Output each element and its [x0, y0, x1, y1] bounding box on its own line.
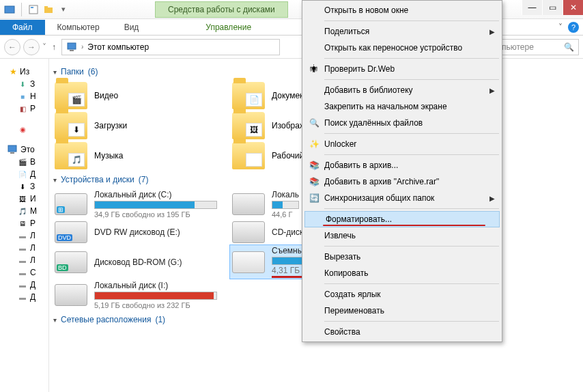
ctx-add-archive-rar[interactable]: 📚Добавить в архив "Archive.rar" [304, 173, 500, 190]
submenu-arrow-icon: ▶ [489, 28, 495, 36]
folder-label: Видео [94, 91, 118, 100]
ctx-pin-start[interactable]: Закрепить на начальном экране [304, 98, 500, 115]
folder-label: Музыка [94, 151, 123, 160]
ctx-open-portable[interactable]: Открыть как переносное устройство [304, 40, 500, 56]
nav-item[interactable]: Л [30, 231, 35, 240]
nav-up-button[interactable]: ↑ [49, 42, 59, 52]
folder-downloads[interactable]: ⬇Загрузки [52, 111, 229, 141]
ctx-create-shortcut[interactable]: Создать ярлык [304, 286, 500, 303]
breadcrumb-sep-icon: › [81, 43, 83, 51]
nav-back-button[interactable]: ← [4, 39, 20, 55]
separator [324, 133, 499, 134]
ctx-drweb[interactable]: 🕷Проверить Dr.Web [304, 61, 500, 77]
folder-icon: 🎵 [55, 142, 87, 169]
section-count: (1) [155, 315, 165, 324]
tab-computer[interactable]: Компьютер [45, 20, 112, 35]
ctx-share[interactable]: Поделиться▶ [304, 23, 500, 40]
drive-dvd[interactable]: DVD DVD RW дисковод (E:) [52, 220, 229, 244]
nav-item[interactable]: Л [30, 243, 35, 253]
drive-freespace: 34,9 ГБ свободно из 195 ГБ [94, 210, 217, 219]
nav-item[interactable]: С [30, 268, 36, 277]
caret-down-icon: ▾ [53, 176, 57, 184]
folder-music[interactable]: 🎵Музыка [52, 141, 229, 171]
separator [324, 154, 499, 155]
spider-icon: 🕷 [308, 63, 320, 75]
qat-folder-icon[interactable] [43, 4, 54, 15]
favorites-star-icon: ★ [10, 67, 17, 76]
ctx-properties[interactable]: Свойства [304, 324, 500, 340]
qat-properties-icon[interactable] [28, 4, 39, 15]
context-menu: Открыть в новом окне Поделиться▶ Открыть… [302, 0, 502, 342]
svg-rect-3 [44, 8, 53, 13]
folder-video[interactable]: 🎬Видео [52, 81, 229, 111]
ctx-unlocker[interactable]: ✨Unlocker [304, 136, 500, 152]
ctx-add-archive[interactable]: 📚Добавить в архив... [304, 157, 500, 173]
ctx-sync-shared[interactable]: 🔄Синхронизация общих папок▶ [304, 190, 500, 206]
drive-c[interactable]: ⊞ Локальный диск (C:) 34,9 ГБ свободно и… [52, 188, 229, 220]
drive-label: Локаль [272, 190, 299, 199]
nav-item[interactable]: Д [30, 169, 35, 179]
separator [324, 79, 499, 80]
nav-favorites[interactable]: Из [20, 67, 29, 76]
archive-icon: 📚 [308, 159, 320, 171]
ctx-eject[interactable]: Извлечь [304, 227, 500, 244]
folder-label: Загрузки [94, 121, 127, 130]
submenu-arrow-icon: ▶ [489, 195, 495, 202]
folder-icon: 🖼 [232, 112, 265, 139]
drive-label: Локальный диск (I:) [94, 281, 217, 290]
nav-item[interactable]: Л [30, 255, 35, 265]
ctx-rename[interactable]: Переименовать [304, 303, 500, 319]
folder-icon [232, 142, 265, 169]
tab-file[interactable]: Файл [0, 20, 45, 35]
svg-rect-1 [29, 5, 38, 14]
nav-item[interactable]: З [30, 79, 35, 89]
tab-manage[interactable]: Управление [193, 20, 264, 35]
nav-forward-button[interactable]: → [23, 39, 40, 55]
separator [324, 321, 499, 322]
svg-rect-7 [8, 145, 16, 152]
separator [324, 58, 499, 59]
drive-label: Дисковод BD-ROM (G:) [94, 257, 182, 267]
nav-item[interactable]: М [30, 206, 37, 216]
usage-bar [94, 201, 217, 209]
nav-item[interactable]: Н [30, 92, 36, 101]
nav-item[interactable]: З [30, 182, 35, 191]
nav-item[interactable]: Д [30, 292, 35, 302]
nav-item[interactable]: Р [30, 219, 35, 228]
maximize-button[interactable]: ▭ [542, 0, 563, 15]
qat-dropdown-icon[interactable]: ▾ [58, 4, 69, 15]
recent-dropdown-icon[interactable]: ˅ [42, 42, 46, 52]
svg-rect-2 [31, 7, 33, 8]
search-placeholder: пьютере [502, 42, 534, 52]
folder-icon: 🎬 [55, 82, 87, 109]
drive-freespace: 44,6 Г [272, 210, 299, 219]
nav-item[interactable]: В [30, 157, 35, 167]
ribbon-expand-icon[interactable]: ˅ [558, 23, 563, 32]
nav-item[interactable]: И [30, 194, 36, 204]
nav-item[interactable]: Д [30, 280, 35, 290]
ctx-format[interactable]: Форматировать... [304, 211, 500, 227]
tab-view[interactable]: Вид [112, 20, 152, 35]
svg-rect-4 [44, 6, 48, 8]
ctx-copy[interactable]: Копировать [304, 265, 500, 281]
ctx-search-deleted[interactable]: 🔍Поиск удалённых файлов [304, 115, 500, 131]
close-button[interactable]: ✕ [563, 0, 583, 15]
drive-icon [232, 193, 265, 215]
search-icon: 🔍 [308, 117, 320, 129]
section-title: Сетевые расположения [61, 315, 151, 324]
minimize-button[interactable]: — [522, 0, 542, 15]
nav-item[interactable]: Р [30, 104, 35, 113]
removable-drive-icon [232, 251, 265, 273]
search-input[interactable]: пьютере 🔍 [497, 39, 579, 55]
ctx-cut[interactable]: Вырезать [304, 249, 500, 265]
drive-i[interactable]: Локальный диск (I:) 5,19 ГБ свободно из … [52, 279, 229, 311]
breadcrumb[interactable]: › Этот компьютер [61, 39, 280, 55]
drive-bd[interactable]: BD Дисковод BD-ROM (G:) [52, 244, 229, 279]
ctx-add-library[interactable]: Добавить в библиотеку▶ [304, 82, 500, 98]
ctx-open-new-window[interactable]: Открыть в новом окне [304, 2, 500, 18]
drive-label: Локальный диск (C:) [94, 190, 217, 199]
nav-this-pc[interactable]: Это [20, 145, 35, 154]
folder-label: Рабочий [272, 151, 304, 160]
help-icon[interactable]: ? [568, 22, 579, 33]
separator [324, 283, 499, 284]
